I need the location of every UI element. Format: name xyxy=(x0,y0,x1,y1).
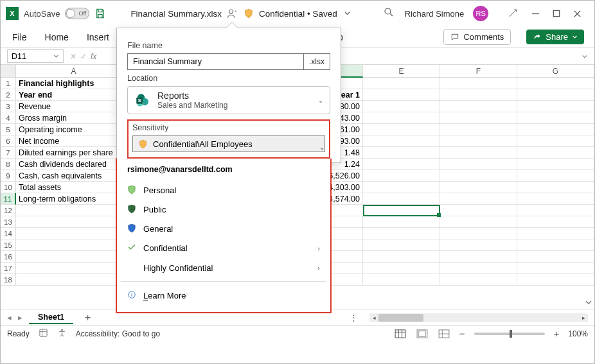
cell-F14[interactable] xyxy=(440,228,517,239)
cell-A16[interactable] xyxy=(16,251,132,263)
col-header-a[interactable]: A xyxy=(16,65,132,78)
filename-input[interactable] xyxy=(128,54,303,69)
cell-G1[interactable] xyxy=(517,78,594,89)
cell-E4[interactable] xyxy=(363,112,440,124)
cell-A5[interactable]: Operating income xyxy=(16,124,132,135)
zoom-out-icon[interactable]: − xyxy=(459,328,465,339)
row-header-1[interactable]: 1 xyxy=(1,78,16,89)
row-header-14[interactable]: 14 xyxy=(1,228,16,239)
cell-E8[interactable] xyxy=(363,159,440,170)
cell-E13[interactable] xyxy=(363,216,440,228)
cell-G3[interactable] xyxy=(517,101,594,112)
cell-E1[interactable] xyxy=(363,78,440,89)
tab-home[interactable]: Home xyxy=(44,31,70,44)
filename-ext[interactable]: .xlsx xyxy=(303,54,330,69)
document-title[interactable]: Financial Summary.xlsx xyxy=(130,9,222,19)
formula-bar-expand-icon[interactable] xyxy=(582,48,594,64)
cell-F5[interactable] xyxy=(440,124,517,135)
cell-E11[interactable] xyxy=(363,193,440,205)
cell-E9[interactable] xyxy=(363,170,440,182)
cell-E18[interactable] xyxy=(363,274,440,286)
comments-button[interactable]: Comments xyxy=(443,29,511,45)
cell-F16[interactable] xyxy=(440,251,517,263)
row-header-18[interactable]: 18 xyxy=(1,274,16,286)
cell-G7[interactable] xyxy=(517,147,594,159)
tab-file[interactable]: File xyxy=(11,31,28,44)
stats-icon[interactable] xyxy=(39,328,48,340)
cell-A2[interactable]: Year end xyxy=(16,89,132,101)
user-name[interactable]: Richard Simone xyxy=(405,9,465,19)
cell-F9[interactable] xyxy=(440,170,517,182)
sensitivity-status[interactable]: Confidential • Saved xyxy=(259,9,337,19)
zoom-in-icon[interactable]: + xyxy=(554,328,560,339)
row-header-8[interactable]: 8 xyxy=(1,159,16,170)
sheet-grip-icon[interactable]: ⋮ xyxy=(350,313,363,322)
col-header-f[interactable]: F xyxy=(440,65,517,78)
hscroll-thumb[interactable] xyxy=(378,314,423,322)
sheet-tab-1[interactable]: Sheet1 xyxy=(29,311,73,324)
cell-A6[interactable]: Net income xyxy=(16,135,132,147)
row-header-12[interactable]: 12 xyxy=(1,205,16,216)
cell-F11[interactable] xyxy=(440,193,517,205)
cell-A9[interactable]: Cash, cash equivalents xyxy=(16,170,132,182)
hscroll-left-icon[interactable]: ◂ xyxy=(369,313,378,322)
cell-G12[interactable] xyxy=(517,205,594,216)
cell-G2[interactable] xyxy=(517,89,594,101)
row-header-4[interactable]: 4 xyxy=(1,112,16,124)
cell-G13[interactable] xyxy=(517,216,594,228)
search-icon[interactable] xyxy=(383,6,395,21)
share-button[interactable]: Share xyxy=(526,30,584,44)
cell-E14[interactable] xyxy=(363,228,440,239)
cell-F12[interactable] xyxy=(440,205,517,216)
row-header-16[interactable]: 16 xyxy=(1,251,16,263)
row-header-9[interactable]: 9 xyxy=(1,170,16,182)
cell-F2[interactable] xyxy=(440,89,517,101)
sensitivity-select[interactable]: Confidential\All Employees ⌄ xyxy=(132,135,325,152)
sheet-nav-prev-icon[interactable]: ◂ xyxy=(7,313,12,322)
cell-A18[interactable] xyxy=(16,274,132,286)
cell-E12[interactable] xyxy=(363,205,440,216)
cell-A4[interactable]: Gross margin xyxy=(16,112,132,124)
minimize-icon[interactable] xyxy=(531,10,540,18)
cell-G17[interactable] xyxy=(517,263,594,274)
cell-F10[interactable] xyxy=(440,182,517,193)
row-header-10[interactable]: 10 xyxy=(1,182,16,193)
name-box[interactable]: D11 xyxy=(7,49,64,63)
cell-F17[interactable] xyxy=(440,263,517,274)
cell-A13[interactable] xyxy=(16,216,132,228)
cell-G8[interactable] xyxy=(517,159,594,170)
row-header-11[interactable]: 11 xyxy=(1,193,16,205)
maximize-icon[interactable] xyxy=(553,10,560,17)
col-header-e[interactable]: E xyxy=(363,65,440,78)
location-picker[interactable]: S Reports Sales and Marketing ⌄ xyxy=(127,86,330,114)
cell-F1[interactable] xyxy=(440,78,517,89)
close-icon[interactable] xyxy=(573,10,582,18)
col-header-g[interactable]: G xyxy=(517,65,594,78)
fx-icon[interactable]: fx xyxy=(91,52,96,61)
autosave-toggle[interactable]: Off xyxy=(65,8,89,19)
add-sheet-icon[interactable]: + xyxy=(80,312,96,324)
ribbon-mode-icon[interactable] xyxy=(508,8,519,19)
cell-E16[interactable] xyxy=(363,251,440,263)
sensitivity-learn-more[interactable]: LLearn Moreearn More xyxy=(123,286,324,306)
row-header-5[interactable]: 5 xyxy=(1,124,16,135)
cell-E6[interactable] xyxy=(363,135,440,147)
cell-A3[interactable]: Revenue xyxy=(16,101,132,112)
cell-F15[interactable] xyxy=(440,239,517,251)
cell-F13[interactable] xyxy=(440,216,517,228)
horizontal-scrollbar[interactable]: ◂ ▸ xyxy=(369,313,588,322)
cell-A8[interactable]: Cash dividends declared xyxy=(16,159,132,170)
cell-A17[interactable] xyxy=(16,263,132,274)
cell-A1[interactable]: Financial highlights xyxy=(16,78,132,89)
save-icon[interactable] xyxy=(94,8,106,19)
cell-F6[interactable] xyxy=(440,135,517,147)
accessibility-icon[interactable] xyxy=(57,328,67,340)
cell-G11[interactable] xyxy=(517,193,594,205)
view-pagelayout-icon[interactable] xyxy=(416,328,429,340)
hscroll-right-icon[interactable]: ▸ xyxy=(579,313,588,322)
row-header-15[interactable]: 15 xyxy=(1,239,16,251)
cell-E10[interactable] xyxy=(363,182,440,193)
cell-A10[interactable]: Total assets xyxy=(16,182,132,193)
cell-A11[interactable]: Long-term obligations xyxy=(16,193,132,205)
row-header-17[interactable]: 17 xyxy=(1,263,16,274)
